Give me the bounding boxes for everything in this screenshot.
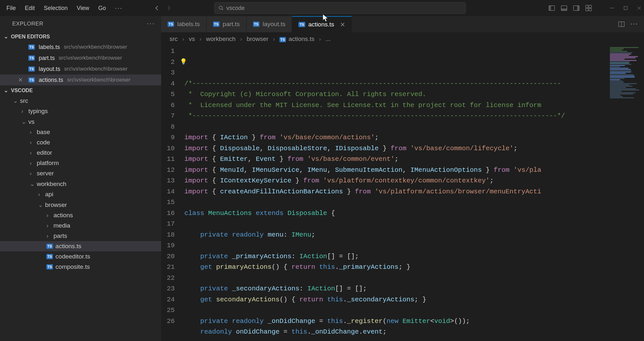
open-editor-item[interactable]: ✕TSlabels.tssrc\vs\workbench\browser	[0, 42, 161, 53]
file-name: layout.ts	[39, 66, 60, 73]
toggle-panel-button[interactable]	[561, 5, 567, 11]
project-header[interactable]: ⌄ VSCODE	[0, 85, 161, 95]
split-editor-button[interactable]	[618, 21, 625, 27]
tree-item-label: src	[20, 97, 28, 104]
nav-forward-button[interactable]	[164, 4, 173, 13]
chevron-right-icon: ›	[182, 35, 184, 43]
minimize-button[interactable]	[610, 6, 614, 10]
menu-edit[interactable]: Edit	[21, 3, 39, 14]
breadcrumb-item[interactable]: workbench	[206, 35, 236, 43]
nav-back-button[interactable]	[152, 4, 161, 13]
folder-item[interactable]: ›code	[0, 137, 161, 148]
typescript-icon: TS	[298, 22, 305, 27]
code-line: * Copyright (c) Microsoft Corporation. A…	[184, 89, 609, 100]
menu-go[interactable]: Go	[94, 3, 110, 14]
folder-item[interactable]: ›editor	[0, 148, 161, 158]
minimap[interactable]	[609, 46, 644, 341]
typescript-icon: TS	[46, 254, 53, 259]
chevron-right-icon: ›	[30, 139, 34, 146]
folder-item[interactable]: ›media	[0, 220, 161, 231]
code-line: import { MenuId, IMenuService, IMenu, Su…	[184, 165, 609, 176]
chevron-right-icon: ›	[30, 149, 34, 156]
close-icon[interactable]: ✕	[18, 76, 24, 83]
line-number: 10	[161, 143, 175, 154]
editor-tab[interactable]: TSlabels.ts	[161, 16, 207, 32]
svg-rect-11	[624, 6, 627, 10]
line-number: 12	[161, 165, 175, 176]
tab-label: actions.ts	[308, 21, 334, 28]
toggle-secondary-sidebar-button[interactable]	[573, 5, 580, 11]
sidebar-more-button[interactable]: ···	[147, 21, 155, 27]
code-line: import { IContextKeyService } from 'vs/p…	[184, 175, 609, 186]
tree-item-label: vs	[28, 118, 34, 125]
maximize-button[interactable]	[623, 6, 628, 10]
chevron-down-icon: ⌄	[4, 34, 9, 40]
file-item[interactable]: TScomposite.ts	[0, 262, 161, 272]
breadcrumb-item[interactable]: ...	[326, 35, 331, 43]
editor-tab[interactable]: TSpart.ts	[207, 16, 247, 32]
chevron-right-icon: ›	[30, 129, 34, 136]
breadcrumb-item[interactable]: src	[170, 35, 178, 43]
open-editor-item[interactable]: ✕TSactions.tssrc\vs\workbench\browser	[0, 74, 161, 85]
tree-item-label: base	[37, 129, 50, 136]
code-line	[184, 273, 609, 284]
line-number: 24	[161, 294, 175, 305]
menu-view[interactable]: View	[73, 3, 93, 14]
more-actions-button[interactable]: ···	[630, 21, 638, 28]
folder-item[interactable]: ⌄workbench	[0, 179, 161, 189]
folder-item[interactable]: ›platform	[0, 158, 161, 168]
editor-tab[interactable]: TSlayout.ts	[247, 16, 292, 32]
code-content[interactable]: 💡 /*------------------------------------…	[184, 46, 609, 341]
folder-item[interactable]: ›parts	[0, 231, 161, 241]
folder-item[interactable]: ›actions	[0, 210, 161, 220]
breadcrumb-item[interactable]: TSactions.ts	[279, 35, 314, 43]
editor-tab[interactable]: TSactions.ts✕	[292, 16, 352, 32]
open-editor-item[interactable]: ✕TSpart.tssrc\vs\workbench\browser	[0, 53, 161, 63]
folder-item[interactable]: ⌄src	[0, 95, 161, 106]
file-name: labels.ts	[39, 44, 60, 51]
svg-rect-10	[589, 8, 591, 11]
folder-item[interactable]: ›base	[0, 127, 161, 137]
folder-item[interactable]: ⌄vs	[0, 116, 161, 127]
close-window-button[interactable]	[637, 6, 641, 10]
file-name: part.ts	[39, 55, 55, 62]
tree-item-label: api	[45, 191, 53, 198]
menu-file[interactable]: File	[3, 3, 20, 14]
file-item[interactable]: TSactions.ts	[0, 241, 161, 251]
open-editors-header[interactable]: ⌄ OPEN EDITORS	[0, 32, 161, 42]
layout-controls	[549, 5, 592, 11]
close-icon[interactable]: ✕	[340, 21, 345, 28]
open-editor-item[interactable]: ✕TSlayout.tssrc\vs\workbench\browser	[0, 63, 161, 74]
chevron-right-icon: ›	[46, 222, 51, 229]
typescript-icon: TS	[28, 44, 35, 50]
chevron-right-icon: ›	[319, 35, 321, 43]
chevron-right-icon: ›	[30, 170, 34, 177]
folder-item[interactable]: ›api	[0, 189, 161, 200]
tree-item-label: media	[54, 222, 70, 229]
code-line: *---------------------------------------…	[184, 111, 609, 122]
breadcrumb-item[interactable]: browser	[247, 35, 268, 43]
chevron-right-icon: ›	[240, 35, 242, 43]
code-line: get primaryActions() { return this._prim…	[184, 262, 609, 273]
file-item[interactable]: TScodeeditor.ts	[0, 251, 161, 262]
tree-item-label: editor	[37, 149, 52, 156]
folder-item[interactable]: ›server	[0, 168, 161, 179]
chevron-right-icon: ›	[200, 35, 201, 43]
lightbulb-icon[interactable]: 💡	[180, 57, 187, 68]
typescript-icon: TS	[46, 264, 53, 269]
folder-item[interactable]: ›typings	[0, 106, 161, 116]
breadcrumbs[interactable]: src›vs›workbench›browser›TSactions.ts›..…	[161, 32, 644, 46]
command-center[interactable]: vscode	[214, 2, 466, 14]
typescript-icon: TS	[213, 22, 220, 27]
line-number: 5	[161, 89, 175, 100]
menu-overflow[interactable]: ···	[111, 3, 127, 14]
folder-item[interactable]: ⌄browser	[0, 200, 161, 210]
chevron-down-icon: ⌄	[38, 201, 43, 209]
svg-rect-4	[561, 8, 567, 10]
tree-item-label: actions.ts	[55, 243, 81, 250]
breadcrumb-item[interactable]: vs	[189, 35, 195, 43]
customize-layout-button[interactable]	[585, 5, 592, 11]
toggle-primary-sidebar-button[interactable]	[549, 5, 555, 11]
code-line	[184, 219, 609, 229]
menu-selection[interactable]: Selection	[40, 3, 72, 14]
